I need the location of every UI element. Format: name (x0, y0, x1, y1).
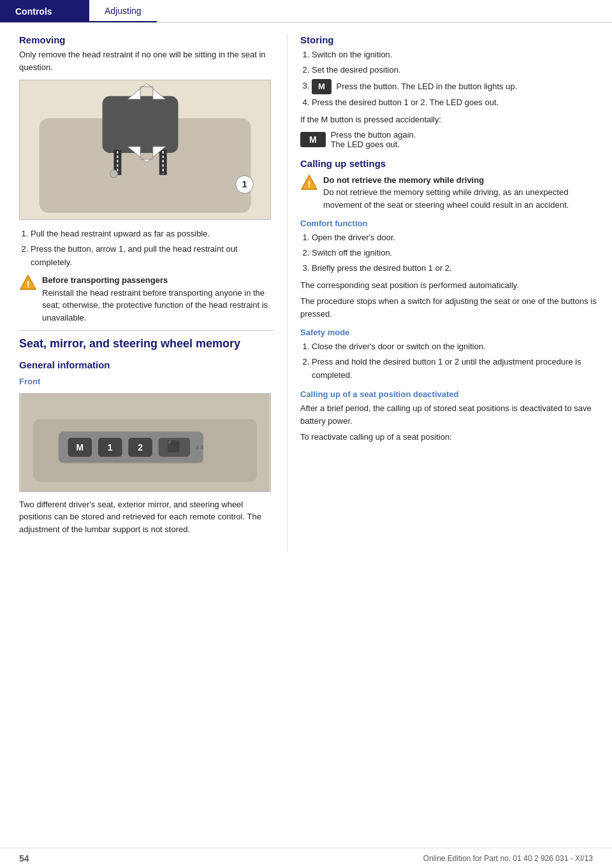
front-label: Front (19, 375, 274, 388)
svg-text:M: M (76, 442, 84, 452)
svg-text:!: ! (308, 179, 311, 189)
safety-step-2: Press and hold the desired button 1 or 2… (312, 356, 599, 382)
svg-rect-26 (201, 445, 203, 449)
warning-driving-text: Do not retrieve the memory while driving… (323, 174, 599, 212)
seat-memory-heading: Seat, mirror, and steering wheel memory (19, 337, 274, 351)
removing-step-2: Press the button, arrow 1, and pull the … (31, 243, 274, 270)
calling-up-heading: Calling up settings (300, 158, 599, 169)
storing-section: Storing Switch on the ignition. Set the … (300, 34, 599, 149)
if-m-pressed: If the M button is pressed accidentally: (300, 113, 599, 126)
svg-rect-25 (196, 445, 199, 449)
svg-point-11 (110, 170, 118, 178)
page-footer: 54 Online Edition for Part no. 01 40 2 9… (0, 848, 612, 868)
seat-memory-section: Seat, mirror, and steering wheel memory … (19, 337, 274, 535)
storing-step-2: Set the desired position. (312, 64, 599, 77)
top-navigation: Controls Adjusting (0, 0, 612, 23)
comfort-step-2: Switch off the ignition. (312, 247, 599, 260)
storing-step-3: M Press the button. The LED in the butto… (312, 79, 599, 95)
svg-text:!: ! (27, 279, 30, 289)
removing-step-1: Pull the head restraint upward as far as… (31, 228, 274, 241)
safety-step-1: Close the driver's door or switch on the… (312, 340, 599, 354)
m-button-step3: M (312, 79, 332, 95)
svg-text:⬛: ⬛ (167, 440, 182, 454)
tab-controls[interactable]: Controls (0, 0, 89, 22)
deactivated-note-1: After a brief period, the calling up of … (300, 402, 599, 427)
storing-step-4: Press the desired button 1 or 2. The LED… (312, 96, 599, 110)
warning-driving-icon: ! (300, 174, 318, 192)
svg-rect-2 (103, 96, 178, 153)
calling-up-deactivated-heading: Calling up of a seat position deactivate… (300, 389, 599, 399)
removing-steps-list: Pull the head restraint upward as far as… (31, 228, 274, 269)
headrest-image: 1 (19, 80, 271, 220)
seat-memory-image: M 1 2 ⬛ (19, 393, 271, 492)
comfort-step-3: Briefly press the desired button 1 or 2. (312, 262, 599, 275)
safety-steps-list: Close the driver's door or switch on the… (312, 340, 599, 382)
svg-text:1: 1 (108, 442, 113, 452)
m-button-again-row: M Press the button again. The LED goes o… (300, 130, 599, 149)
storing-steps-list: Switch on the ignition. Set the desired … (312, 48, 599, 110)
warning-box-driving: ! Do not retrieve the memory while drivi… (300, 174, 599, 212)
warning-headrest-text: Before transporting passengers Reinstall… (42, 274, 274, 324)
left-column: Removing Only remove the head restraint … (0, 34, 287, 552)
controls-tab-label: Controls (15, 6, 52, 17)
storing-heading: Storing (300, 34, 599, 45)
warning-box-headrest: ! Before transporting passengers Reinsta… (19, 274, 274, 324)
press-again-text: Press the button again. (331, 130, 416, 140)
comfort-note-2: The procedure stops when a switch for ad… (300, 295, 599, 320)
comfort-step-1: Open the driver's door. (312, 231, 599, 245)
adjusting-tab-label: Adjusting (105, 6, 142, 16)
tab-adjusting[interactable]: Adjusting (89, 0, 157, 22)
comfort-steps-list: Open the driver's door. Switch off the i… (312, 231, 599, 275)
safety-heading: Safety mode (300, 328, 599, 337)
m-button-block: M (300, 132, 326, 147)
page-number: 54 (19, 853, 29, 864)
led-goes-out-text: The LED goes out. (331, 140, 416, 149)
comfort-note-1: The corresponding seat position is perfo… (300, 279, 599, 292)
removing-intro: Only remove the head restraint if no one… (19, 48, 274, 73)
removing-section: Removing Only remove the head restraint … (19, 34, 274, 324)
svg-text:2: 2 (138, 442, 143, 452)
comfort-heading: Comfort function (300, 219, 599, 228)
main-content: Removing Only remove the head restraint … (0, 23, 612, 552)
storing-step-1: Switch on the ignition. (312, 48, 599, 62)
deactivated-note-2: To reactivate calling up of a seat posit… (300, 431, 599, 444)
removing-heading: Removing (19, 34, 274, 45)
seat-description: Two different driver's seat, exterior mi… (19, 498, 274, 536)
calling-up-section: Calling up settings ! Do not retrieve th… (300, 158, 599, 444)
edition-text: Online Edition for Part no. 01 40 2 926 … (423, 854, 593, 863)
general-information-heading: General information (19, 359, 274, 370)
section-divider (19, 330, 274, 331)
right-column: Storing Switch on the ignition. Set the … (287, 34, 612, 552)
svg-text:1: 1 (242, 179, 247, 189)
warning-triangle-icon: ! (19, 274, 37, 292)
